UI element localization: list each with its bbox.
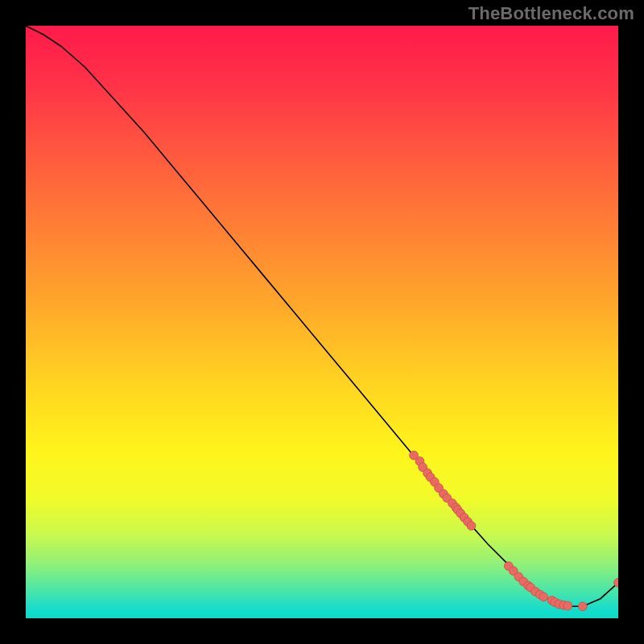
plot-area [26,26,618,618]
data-point [564,601,572,610]
data-point [539,592,548,601]
watermark-text: TheBottleneck.com [469,3,634,24]
data-point [578,602,587,611]
data-point [467,522,476,530]
chart-svg [26,26,618,618]
chart-container: TheBottleneck.com [0,0,644,644]
gradient-background [26,26,618,618]
